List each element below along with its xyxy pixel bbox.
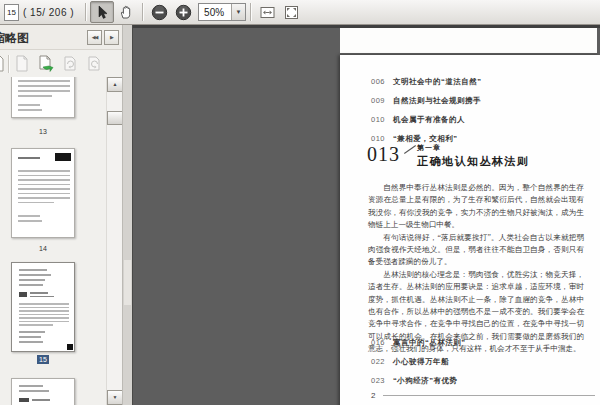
toc-entry-title: 小心驶得万年船 bbox=[393, 357, 449, 367]
toc-entry-title: 寓言中的“丛林法则” bbox=[393, 338, 466, 348]
paragraph: 有句话说得好，“落后就要挨打”。人类社会自古以来就把弱肉强食视作天经地义。但是，… bbox=[368, 232, 584, 269]
rotate-page-icon bbox=[87, 55, 102, 72]
thumb-chapter-block bbox=[55, 153, 71, 161]
thumbnail-scrollbar[interactable]: ▲ ▼ bbox=[106, 77, 122, 405]
fit-page-icon bbox=[283, 4, 300, 21]
thumbnail-toolbar bbox=[0, 50, 122, 77]
toolbar-separator bbox=[142, 3, 143, 21]
select-tool-button[interactable] bbox=[90, 1, 114, 23]
zoom-in-button[interactable] bbox=[171, 1, 195, 23]
splitter-grip[interactable] bbox=[124, 260, 131, 305]
thumb-line bbox=[32, 399, 50, 401]
thumb-line bbox=[19, 331, 45, 333]
thumb-line bbox=[19, 336, 41, 338]
page-tool-button[interactable] bbox=[0, 53, 8, 74]
rotate-left-button[interactable] bbox=[60, 53, 80, 74]
thumb-line bbox=[18, 202, 54, 204]
thumb-line bbox=[18, 175, 70, 177]
chapter-heading: 013 第一章 正确地认知丛林法则 bbox=[367, 143, 530, 169]
toc-entry: 022 小心驶得万年船 bbox=[371, 357, 466, 367]
thumb-corner-block bbox=[67, 344, 73, 350]
thumb-chapter-num bbox=[19, 292, 27, 297]
scroll-up-button[interactable]: ▲ bbox=[107, 77, 122, 92]
toolbar-separator bbox=[85, 3, 86, 21]
chapter-text: 第一章 正确地认知丛林法则 bbox=[417, 143, 530, 169]
extract-page-button[interactable] bbox=[36, 53, 56, 74]
thumb-line bbox=[18, 104, 40, 106]
toolbar-separator bbox=[250, 3, 251, 21]
chapter-title: 正确地认知丛林法则 bbox=[417, 154, 530, 169]
toc-section-top: 006 文明社会中的“道法自然” 009 自然法则与社会规则携手 010 机会属… bbox=[371, 77, 482, 153]
document-view[interactable]: 006 文明社会中的“道法自然” 009 自然法则与社会规则携手 010 机会属… bbox=[133, 25, 600, 405]
thumb-line bbox=[19, 314, 69, 316]
toc-entry: 010 机会属于有准备的人 bbox=[371, 115, 482, 125]
thumbnail-label: 13 bbox=[11, 128, 75, 135]
panel-title: 缩略图 bbox=[0, 30, 29, 47]
page-number-input[interactable]: 15 bbox=[4, 4, 19, 21]
fit-width-button[interactable] bbox=[255, 1, 279, 23]
page-count-label: ( 15/ 206 ) bbox=[23, 7, 74, 18]
thumbnail-page-14[interactable] bbox=[11, 148, 75, 238]
toolbar: 15 ( 15/ 206 ) bbox=[0, 0, 600, 25]
scroll-down-button[interactable]: ▼ bbox=[107, 390, 122, 405]
thumb-line bbox=[18, 188, 70, 190]
thumb-line bbox=[30, 292, 48, 294]
thumbnail-panel: 缩略图 ◀◀ ▶ bbox=[0, 25, 122, 405]
thumb-line bbox=[18, 80, 70, 82]
thumb-line bbox=[19, 324, 53, 326]
thumb-line bbox=[18, 220, 42, 222]
thumb-line bbox=[19, 303, 69, 305]
thumbnail-page-16[interactable] bbox=[11, 378, 75, 405]
zoom-level-combo: 50% ▼ bbox=[198, 3, 246, 21]
zoom-out-button[interactable] bbox=[147, 1, 171, 23]
insert-page-button[interactable] bbox=[12, 53, 32, 74]
body-text: 自然界中奉行丛林法则是必然的。因为，整个自然界的生存资源在总量上是有限的，为了生… bbox=[368, 182, 584, 356]
toc-page-number: 010 bbox=[371, 134, 393, 143]
thumb-line bbox=[18, 184, 70, 186]
thumb-line bbox=[18, 215, 40, 217]
thumbnail-page-15-selected[interactable] bbox=[11, 262, 75, 352]
hand-tool-button[interactable] bbox=[114, 1, 138, 23]
thumb-line bbox=[18, 157, 40, 159]
toc-entry: 009 自然法则与社会规则携手 bbox=[371, 96, 482, 106]
panel-expand-button[interactable]: ▶ bbox=[104, 30, 119, 45]
toc-section-bottom: 016 寓言中的“丛林法则” 022 小心驶得万年船 023 “小狗经济”有优势 bbox=[371, 338, 466, 395]
toc-page-number: 023 bbox=[371, 376, 393, 385]
zoom-dropdown-button[interactable]: ▼ bbox=[231, 4, 245, 20]
page-footer-rule bbox=[383, 395, 595, 396]
thumbnail-label: 14 bbox=[11, 245, 75, 252]
thumb-line bbox=[30, 296, 54, 298]
rotate-right-button[interactable] bbox=[84, 53, 104, 74]
hand-icon bbox=[118, 4, 134, 20]
thumbnail-page-13[interactable] bbox=[11, 77, 75, 118]
thumb-chapter-num bbox=[19, 398, 29, 402]
toc-entry-title: “小狗经济”有优势 bbox=[393, 376, 458, 386]
thumb-line bbox=[19, 269, 47, 271]
chapter-page-number: 013 bbox=[367, 143, 400, 165]
thumb-line bbox=[18, 90, 70, 92]
plus-circle-icon bbox=[175, 4, 192, 21]
thumb-line bbox=[19, 390, 49, 392]
thumbnail-panel-header: 缩略图 ◀◀ ▶ bbox=[0, 25, 122, 50]
fit-width-icon bbox=[259, 4, 276, 21]
toc-page-number: 009 bbox=[371, 96, 393, 105]
current-page: 006 文明社会中的“道法自然” 009 自然法则与社会规则携手 010 机会属… bbox=[340, 55, 600, 405]
panel-splitter[interactable] bbox=[122, 25, 133, 405]
panel-collapse-button[interactable]: ◀◀ bbox=[87, 30, 102, 45]
scrollbar-thumb[interactable] bbox=[107, 111, 122, 125]
thumb-line bbox=[18, 109, 42, 111]
zoom-level-input[interactable]: 50% bbox=[199, 4, 231, 20]
previous-page-bottom bbox=[340, 28, 597, 53]
toc-page-number: 010 bbox=[371, 115, 393, 124]
page-icon bbox=[15, 55, 29, 72]
cursor-arrow-icon bbox=[94, 4, 110, 20]
page-green-arrow-icon bbox=[38, 55, 54, 73]
thumb-line bbox=[19, 279, 45, 281]
toc-entry-title: 机会属于有准备的人 bbox=[393, 115, 465, 125]
thumb-line bbox=[19, 341, 43, 343]
fit-page-button[interactable] bbox=[279, 1, 303, 23]
page-footer-number: 2 bbox=[371, 391, 375, 400]
thumb-line bbox=[19, 321, 69, 323]
thumb-line bbox=[19, 385, 43, 387]
toc-page-number: 016 bbox=[371, 338, 393, 347]
